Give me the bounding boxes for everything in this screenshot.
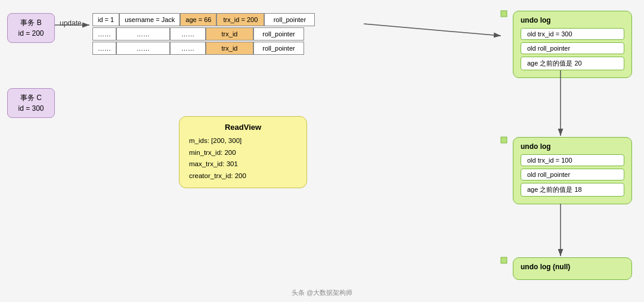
cell-username-2: …… — [116, 27, 170, 41]
transaction-c: 事务 C id = 300 — [7, 88, 55, 118]
cell-rollptr-3: roll_pointer — [253, 42, 304, 55]
undo-log-2-item-3: age 之前的值是 18 — [521, 183, 624, 197]
cell-trxid-1: trx_id = 200 — [216, 13, 264, 26]
undo-log-1-item-3: age 之前的值是 20 — [521, 57, 624, 70]
trx-b-id: id = 200 — [18, 29, 44, 38]
cell-age-2: …… — [170, 27, 206, 41]
data-row-1: id = 1 username = Jack age = 66 trx_id =… — [92, 13, 315, 26]
cell-id-1: id = 1 — [92, 13, 119, 26]
readview-line-4: creator_trx_id: 200 — [189, 170, 297, 182]
cell-rollptr-1: roll_pointer — [264, 13, 315, 26]
undo-log-1-item-1: old trx_id = 300 — [521, 28, 624, 40]
readview-title: ReadView — [189, 123, 297, 132]
undolog3-fold — [501, 257, 507, 263]
undo-log-2: undo log old trx_id = 100 old roll_point… — [513, 137, 632, 204]
data-table: id = 1 username = Jack age = 66 trx_id =… — [92, 13, 315, 55]
undo-log-2-item-2: old roll_pointer — [521, 169, 624, 180]
readview-line-2: min_trx_id: 200 — [189, 147, 297, 159]
undo-log-1-item-2: old roll_pointer — [521, 42, 624, 54]
readview-line-3: max_trx_id: 301 — [189, 158, 297, 170]
cell-rollptr-2: roll_pointer — [253, 27, 304, 41]
cell-age-1: age = 66 — [180, 13, 216, 26]
update-label: update — [60, 19, 82, 27]
cell-age-3: …… — [170, 42, 206, 55]
cell-id-2: …… — [92, 27, 116, 41]
undo-log-3: undo log (null) — [513, 257, 632, 280]
cell-id-3: …… — [92, 42, 116, 55]
readview-line-1: m_ids: [200, 300] — [189, 135, 297, 147]
trx-b-label: 事务 B — [20, 18, 41, 27]
cell-username-3: …… — [116, 42, 170, 55]
data-row-3: …… …… …… trx_id roll_pointer — [92, 42, 315, 55]
undo-log-3-title: undo log (null) — [521, 263, 624, 271]
undo-log-2-item-1: old trx_id = 100 — [521, 154, 624, 166]
cell-trxid-2: trx_id — [206, 27, 253, 41]
trx-c-id: id = 300 — [18, 104, 44, 113]
watermark: 头条 @大数据架构师 — [292, 288, 352, 297]
arrow-row1-to-undolog1 — [364, 24, 501, 36]
readview-box: ReadView m_ids: [200, 300] min_trx_id: 2… — [179, 116, 307, 188]
cell-trxid-3: trx_id — [206, 42, 253, 55]
diagram-container: 事务 B id = 200 事务 C id = 300 update id = … — [0, 0, 644, 302]
undo-log-1: undo log old trx_id = 300 old roll_point… — [513, 11, 632, 78]
undo-log-2-title: undo log — [521, 142, 624, 151]
undo-log-1-title: undo log — [521, 16, 624, 24]
data-row-2: …… …… …… trx_id roll_pointer — [92, 27, 315, 41]
cell-username-1: username = Jack — [119, 13, 180, 26]
undolog2-fold — [501, 137, 507, 143]
transaction-b: 事务 B id = 200 — [7, 13, 55, 43]
undolog1-fold — [501, 11, 507, 17]
trx-c-label: 事务 C — [20, 94, 42, 102]
